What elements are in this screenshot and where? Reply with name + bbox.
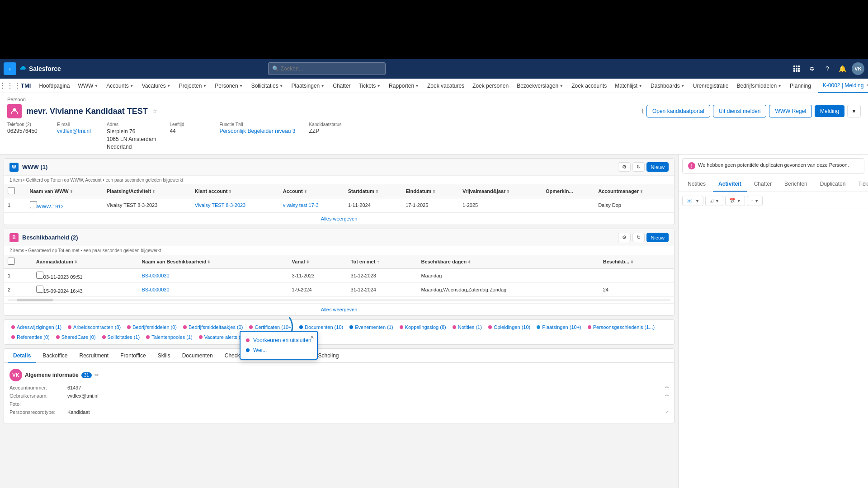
menu-item-matchlijst[interactable]: Matchlijst ▼ — [611, 79, 646, 93]
act-tab-duplicaten[interactable]: Duplicaten — [815, 177, 851, 192]
btn-melding[interactable]: Melding — [815, 105, 844, 117]
quick-link-notities[interactable]: Notities (1) — [451, 324, 484, 331]
active-tab-melding[interactable]: K-0002 | Melding × — [818, 79, 868, 93]
act-event-btn[interactable]: 📅 ▼ — [725, 196, 745, 206]
menu-item-bezoekverslagen[interactable]: Bezoekverslagen ▼ — [513, 79, 567, 93]
quick-link-evenementen[interactable]: Evenementen (1) — [348, 324, 395, 331]
search-bar[interactable]: 🔍 — [268, 62, 386, 75]
tab-recruitment[interactable]: Recruitment — [74, 349, 114, 363]
besch-row2-naam-link[interactable]: BS-0000030 — [142, 287, 169, 292]
search-input[interactable] — [281, 66, 371, 72]
question-btn[interactable]: ? — [821, 62, 834, 75]
menu-item-tickets[interactable]: Tickets ▼ — [355, 79, 384, 93]
tab-documenten[interactable]: Documenten — [177, 349, 218, 363]
www-row-naam-link[interactable]: WWW-1912 — [37, 204, 64, 209]
quick-link-adreswijzigingen[interactable]: Adreswijzigingen (1) — [9, 324, 63, 331]
quick-link-plaatsingen[interactable]: Plaatsingen (10+) — [535, 324, 583, 331]
tmi-logo-icon[interactable]: T — [4, 62, 16, 75]
menu-item-planning[interactable]: Planning — [786, 79, 815, 93]
act-task-btn[interactable]: ☑ ▼ — [705, 196, 723, 206]
beschikbaarheid-new-btn[interactable]: Nieuw — [646, 233, 669, 242]
act-tab-berichten[interactable]: Berichten — [779, 177, 813, 192]
menu-item-hoofdpagina[interactable]: Hoofdpagina — [35, 79, 73, 93]
www-refresh-btn[interactable]: ↻ — [632, 162, 645, 172]
apps-grid-btn[interactable]: ⋮⋮⋮ — [4, 80, 16, 92]
menu-item-zoek-accounts[interactable]: Zoek accounts — [568, 79, 610, 93]
tab-frontoffice[interactable]: Frontoffice — [115, 349, 151, 363]
menu-item-urenregistratie[interactable]: Urenregistratie — [689, 79, 732, 93]
menu-item-www[interactable]: WWW ▼ — [74, 79, 102, 93]
quick-link-koppelingsslog[interactable]: Koppelingsslog (8) — [398, 324, 448, 331]
quick-link-sollicitaties[interactable]: Sollicitaties (1) — [100, 333, 142, 341]
menu-item-plaatsingen[interactable]: Plaatsingen ▼ — [288, 79, 329, 93]
menu-item-chatter[interactable]: Chatter — [329, 79, 354, 93]
quick-link-bedrijfsmiddeltaakjes[interactable]: Bedrijfsmiddeltaakjes (0) — [181, 324, 245, 331]
act-email-dropdown-icon[interactable]: ▼ — [695, 199, 699, 203]
popup-item-wei[interactable]: Wei... — [246, 345, 311, 355]
quick-link-bedrijfsmiddelen[interactable]: Bedrijfsmiddelen (0) — [125, 324, 179, 331]
act-tab-tickets[interactable]: Tickets — [853, 177, 868, 192]
menu-item-vacatures[interactable]: Vacatures ▼ — [138, 79, 175, 93]
act-tab-activiteit[interactable]: Activiteit — [713, 177, 747, 192]
quick-link-talentenpooles[interactable]: Talentenpooles (1) — [144, 333, 194, 341]
edit-accountnummer-icon[interactable]: ✏ — [665, 385, 669, 390]
menu-item-zoek-vacatures[interactable]: Zoek vacatures — [424, 79, 468, 93]
www-settings-btn[interactable]: ⚙ — [618, 162, 631, 172]
record-favorite-icon[interactable]: ☆ — [152, 108, 157, 114]
menu-item-rapporten[interactable]: Rapporten ▼ — [385, 79, 423, 93]
act-more-btn[interactable]: ↑ ▼ — [747, 196, 763, 206]
www-row-account-link[interactable]: vivalsy test 17-3 — [283, 202, 319, 208]
detail-pencil-icon[interactable]: ✏ — [94, 372, 99, 378]
quick-link-referenties[interactable]: Referenties (0) — [9, 333, 52, 341]
menu-item-sollicitaties[interactable]: Sollicitaties ▼ — [248, 79, 287, 93]
menu-item-bedrijfsmiddelen[interactable]: Bedrijfsmiddelen ▼ — [733, 79, 785, 93]
meta-value-functie[interactable]: Persoonlijk Begeleider niveau 3 — [219, 128, 295, 134]
quick-link-opleidingen[interactable]: Opleidingen (10) — [486, 324, 532, 331]
quick-link-documenten[interactable]: Documenten (10) — [297, 324, 345, 331]
menu-item-dashboards[interactable]: Dashboards ▼ — [647, 79, 689, 93]
quick-link-certificaten[interactable]: Certificaten (10+) — [247, 324, 295, 331]
act-more-dropdown-icon[interactable]: ▼ — [755, 199, 759, 203]
close-tab-icon[interactable]: × — [866, 83, 868, 88]
quick-link-sharedcare[interactable]: SharedCare (0) — [54, 333, 98, 341]
bell-btn[interactable]: 🔔 — [836, 62, 849, 75]
popup-close-btn[interactable]: × — [311, 333, 314, 341]
avatar[interactable]: VK — [852, 62, 864, 75]
tab-backoffice[interactable]: Backoffice — [37, 349, 73, 363]
besch-row1-checkbox[interactable] — [36, 272, 43, 279]
menu-item-projecten[interactable]: Projecten ▼ — [175, 79, 211, 93]
btn-www-regel[interactable]: WWW Regel — [769, 105, 812, 117]
beschikbaarheid-refresh-btn[interactable]: ↻ — [632, 233, 645, 242]
quick-link-vacature-alerts[interactable]: Vacature alerts (0) — [197, 333, 247, 341]
tab-skills[interactable]: Skills — [152, 349, 176, 363]
external-link-icon[interactable]: ↗ — [665, 409, 669, 415]
btn-more-actions[interactable]: ▼ — [847, 105, 861, 117]
act-tab-chatter[interactable]: Chatter — [749, 177, 777, 192]
besch-show-all-link[interactable]: Alles weergeven — [321, 307, 358, 312]
edit-gebruikersnaam-icon[interactable]: ✏ — [665, 393, 669, 399]
menu-item-personen[interactable]: Personen ▼ — [211, 79, 246, 93]
besch-row1-naam-link[interactable]: BS-0000030 — [142, 273, 169, 278]
menu-item-zoek-personen[interactable]: Zoek personen — [469, 79, 512, 93]
besch-select-all-checkbox[interactable] — [8, 258, 15, 265]
act-event-dropdown-icon[interactable]: ▼ — [737, 199, 741, 203]
www-new-btn[interactable]: Nieuw — [646, 162, 669, 172]
btn-open-kandidaatportal[interactable]: Open kandidaatportal — [646, 105, 710, 117]
tab-details[interactable]: Details — [8, 349, 36, 363]
quick-link-persoonsgeschiedenis[interactable]: Persoonsgeschiedenis (1...) — [586, 324, 656, 331]
www-row-klant-link[interactable]: Vivalsy TEST 8-3-2023 — [195, 202, 246, 208]
act-task-dropdown-icon[interactable]: ▼ — [715, 199, 719, 203]
beschikbaarheid-settings-btn[interactable]: ⚙ — [618, 233, 631, 242]
meta-value-email[interactable]: vvtflex@tmi.nl — [57, 128, 93, 134]
act-email-btn[interactable]: 📧 ▼ — [682, 196, 703, 206]
www-show-all-link[interactable]: Alles weergeven — [321, 216, 358, 221]
besch-row2-checkbox[interactable] — [36, 286, 43, 293]
grid-icon-btn[interactable] — [790, 62, 803, 75]
www-select-all-checkbox[interactable] — [8, 187, 15, 194]
btn-uit-dienst-melden[interactable]: Uit dienst melden — [713, 105, 767, 117]
quick-link-arbeidscontracten[interactable]: Arbeidscontracten (8) — [66, 324, 123, 331]
www-row-checkbox[interactable] — [30, 201, 37, 208]
setup-btn[interactable] — [806, 62, 818, 75]
menu-item-accounts[interactable]: Accounts ▼ — [103, 79, 137, 93]
act-tab-notities[interactable]: Notities — [682, 177, 711, 192]
